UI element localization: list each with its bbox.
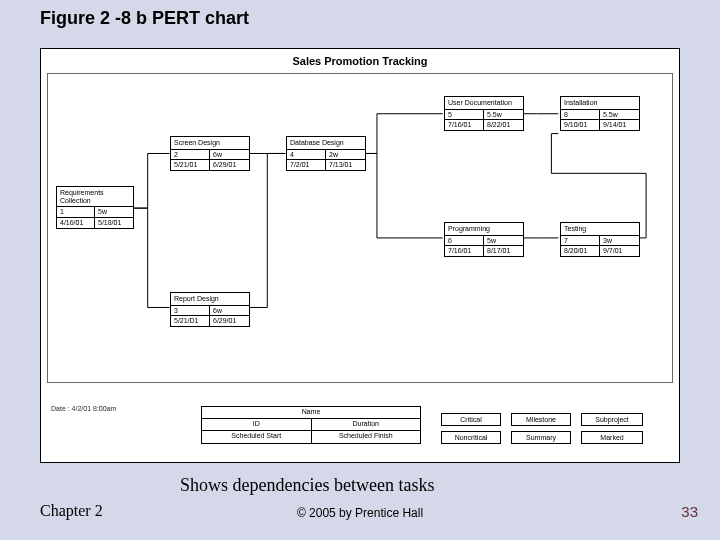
task-requirements: Requirements Collection 15w 4/16/015/18/… <box>56 186 134 229</box>
task-name: Requirements Collection <box>57 187 133 207</box>
legend-marked: Marked <box>581 431 643 444</box>
task-name: User Documentation <box>445 97 523 110</box>
task-user-doc: User Documentation 55.5w 7/16/018/22/01 <box>444 96 524 131</box>
task-finish: 6/29/01 <box>210 160 249 170</box>
legend-finish: Scheduled Finish <box>312 431 421 443</box>
legend-subproject: Subproject <box>581 413 643 426</box>
task-id: 8 <box>561 110 600 120</box>
legend-start: Scheduled Start <box>202 431 312 443</box>
legend-name: Name <box>202 407 420 418</box>
task-start: 8/20/01 <box>561 246 600 256</box>
task-testing: Testing 73w 8/20/019/7/01 <box>560 222 640 257</box>
task-database-design: Database Design 42w 7/2/017/13/01 <box>286 136 366 171</box>
task-duration: 3w <box>600 236 639 246</box>
task-start: 7/16/01 <box>445 120 484 130</box>
task-name: Screen Design <box>171 137 249 150</box>
task-finish: 7/13/01 <box>326 160 365 170</box>
legend-noncritical: Noncritical <box>441 431 501 444</box>
legend-summary: Summary <box>511 431 571 444</box>
task-duration: 2w <box>326 150 365 160</box>
task-finish: 6/29/01 <box>210 316 249 326</box>
date-note: Date : 4/2/01 8:00am <box>51 405 116 412</box>
task-screen-design: Screen Design 26w 5/21/016/29/01 <box>170 136 250 171</box>
task-duration: 5w <box>95 207 133 217</box>
task-id: 4 <box>287 150 326 160</box>
task-duration: 5w <box>484 236 523 246</box>
task-duration: 6w <box>210 306 249 316</box>
task-name: Database Design <box>287 137 365 150</box>
task-id: 7 <box>561 236 600 246</box>
legend-id: ID <box>202 419 312 430</box>
task-duration: 5.5w <box>600 110 639 120</box>
chart-canvas: Requirements Collection 15w 4/16/015/18/… <box>47 73 673 383</box>
legend-name-block: Name IDDuration Scheduled StartScheduled… <box>201 406 421 444</box>
copyright: © 2005 by Prentice Hall <box>0 506 720 520</box>
task-name: Testing <box>561 223 639 236</box>
task-start: 7/16/01 <box>445 246 484 256</box>
task-id: 6 <box>445 236 484 246</box>
task-name: Installation <box>561 97 639 110</box>
legend-milestone: Milestone <box>511 413 571 426</box>
task-installation: Installation 85.5w 9/10/019/14/01 <box>560 96 640 131</box>
task-finish: 9/7/01 <box>600 246 639 256</box>
figure-title: Figure 2 -8 b PERT chart <box>40 8 249 29</box>
task-id: 2 <box>171 150 210 160</box>
page-number: 33 <box>681 503 698 520</box>
task-name: Report Design <box>171 293 249 306</box>
task-id: 1 <box>57 207 95 217</box>
task-duration: 5.5w <box>484 110 523 120</box>
task-start: 9/10/01 <box>561 120 600 130</box>
task-finish: 9/14/01 <box>600 120 639 130</box>
caption: Shows dependencies between tasks <box>180 475 434 496</box>
pert-chart-frame: Sales Promotion Tracking Requirements Co… <box>40 48 680 463</box>
legend-duration: Duration <box>312 419 421 430</box>
task-start: 4/16/01 <box>57 218 95 228</box>
task-duration: 6w <box>210 150 249 160</box>
task-finish: 5/18/01 <box>95 218 133 228</box>
task-name: Programming <box>445 223 523 236</box>
task-start: 5/21/01 <box>171 160 210 170</box>
task-programming: Programming 65w 7/16/018/17/01 <box>444 222 524 257</box>
legend-critical: Critical <box>441 413 501 426</box>
task-finish: 8/22/01 <box>484 120 523 130</box>
task-finish: 8/17/01 <box>484 246 523 256</box>
task-start: 5/21/D1 <box>171 316 210 326</box>
chart-title: Sales Promotion Tracking <box>41 55 679 67</box>
task-report-design: Report Design 36w 5/21/D16/29/01 <box>170 292 250 327</box>
task-id: 3 <box>171 306 210 316</box>
task-start: 7/2/01 <box>287 160 326 170</box>
task-id: 5 <box>445 110 484 120</box>
